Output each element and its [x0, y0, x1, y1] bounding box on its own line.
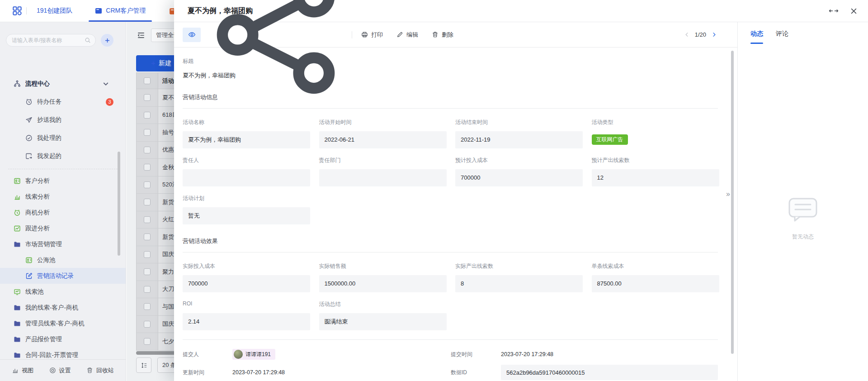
field-label: 活动总结: [319, 300, 447, 307]
sidebar-item-label: 我发起的: [37, 152, 61, 160]
field-label: ROI: [183, 300, 310, 307]
sidebar-footer-views[interactable]: 视图: [12, 367, 33, 375]
collapse-panel-icon[interactable]: [137, 31, 145, 39]
eye-icon: [188, 31, 196, 38]
sidebar-item-followup-analysis[interactable]: 跟进分析: [0, 220, 126, 236]
close-icon[interactable]: [850, 8, 857, 14]
sidebar-item-label: 线索分析: [25, 193, 50, 201]
form-field: 预计投入成本700000: [455, 157, 583, 186]
detail-sections: 营销活动信息活动名称夏不为例，幸福团购活动开始时间2022-06-21活动结束时…: [183, 93, 718, 330]
chevron-right-icon[interactable]: [712, 32, 717, 37]
field-row: 实际投入成本700000实际销售额1500000.00实际产出线索数8单条线索成…: [183, 262, 718, 292]
search-input[interactable]: [12, 37, 85, 43]
row-checkbox[interactable]: [144, 233, 151, 240]
folder-icon: [14, 304, 21, 311]
sidebar-item-label: 我处理的: [37, 134, 61, 142]
sidebar-item-label: 线索池: [25, 288, 44, 296]
row-checkbox[interactable]: [144, 338, 151, 345]
submit-time-value: 2023-07-20 17:29:48: [501, 345, 718, 363]
sidebar-item-label: 流程中心: [25, 80, 50, 88]
data-id-value: 562a2b96da59170460000015: [501, 365, 718, 380]
apps-grid-icon[interactable]: [13, 6, 22, 15]
sidebar-item-cc-to-me[interactable]: 抄送我的: [0, 111, 126, 129]
field-value: 2022-06-21: [319, 131, 447, 148]
sidebar-item-marketing-management[interactable]: 市场营销管理: [0, 236, 126, 252]
sidebar-item-public-pool[interactable]: 公海池: [0, 252, 126, 268]
row-checkbox[interactable]: [144, 251, 151, 258]
row-checkbox[interactable]: [144, 181, 151, 188]
row-checkbox[interactable]: [144, 321, 151, 328]
sidebar-item-admin-leads[interactable]: 管理员线索-客户-商机: [0, 315, 126, 331]
field-value: 1500000.00: [319, 275, 447, 292]
folder-icon: [14, 320, 21, 327]
field-value: 8: [455, 275, 583, 292]
edit-button[interactable]: 编辑: [396, 31, 418, 39]
row-checkbox[interactable]: [144, 216, 151, 223]
sidebar-item-label: 跟进分析: [25, 224, 50, 233]
sidebar-search: [6, 34, 96, 47]
add-form-button[interactable]: [101, 34, 113, 47]
chevron-left-icon[interactable]: [684, 32, 689, 37]
field-value: 圆满结束: [319, 313, 447, 330]
tab-comments[interactable]: 评论: [776, 30, 788, 44]
sidebar-item-handled-by-me[interactable]: 我处理的: [0, 129, 126, 147]
field-label: 活动类型: [592, 119, 719, 125]
sidebar-item-contract-management[interactable]: 合同-回款-开票管理: [0, 347, 126, 359]
title-field-value: 夏不为例，幸福团购: [183, 71, 718, 80]
form-field: 单条线索成本87500.00: [592, 262, 719, 292]
sidebar-item-todo-tasks[interactable]: 待办任务3: [0, 93, 126, 111]
form-field: 责任部门: [319, 157, 447, 186]
sidebar-item-initiated-by-me[interactable]: 我发起的: [0, 147, 126, 165]
pencil-icon: [396, 31, 403, 38]
tab-activity-feed[interactable]: 动态: [750, 30, 763, 44]
sidebar-item-customer-analysis[interactable]: 客户分析: [0, 173, 126, 189]
field-value: 2022-11-19: [455, 131, 583, 148]
row-checkbox[interactable]: [144, 94, 151, 101]
row-checkbox[interactable]: [144, 164, 151, 171]
detail-pane: 打印 编辑 删除 1/20 标题 夏不为例，幸福团购: [174, 22, 738, 381]
delete-button[interactable]: 删除: [432, 31, 453, 39]
print-button[interactable]: 打印: [361, 31, 383, 39]
expand-horizontal-icon[interactable]: [829, 8, 839, 14]
row-checkbox[interactable]: [144, 112, 151, 119]
row-checkbox[interactable]: [144, 286, 151, 293]
row-checkbox[interactable]: [144, 268, 151, 275]
sidebar-scrollbar[interactable]: [118, 152, 120, 256]
sidebar-item-product-quotation[interactable]: 产品报价管理: [0, 331, 126, 347]
sidebar-footer-recycle-bin[interactable]: 回收站: [86, 367, 114, 375]
row-checkbox[interactable]: [144, 303, 151, 310]
field-label: 责任人: [183, 157, 310, 163]
form-field: 实际产出线索数8: [455, 262, 583, 292]
sidebar-footer-settings[interactable]: 设置: [49, 367, 71, 375]
sidebar-item-opportunity-analysis[interactable]: 商机分析: [0, 205, 126, 220]
pager-position: 1/20: [695, 31, 706, 38]
field-label: 责任部门: [319, 157, 447, 163]
sidebar-item-label: 合同-回款-开票管理: [25, 351, 78, 359]
field-row: ROI2.14活动总结圆满结束: [183, 300, 718, 330]
chevron-down-icon: [102, 80, 109, 87]
activity-type-tag: 互联网广告: [592, 134, 628, 145]
row-checkbox[interactable]: [144, 129, 151, 136]
sidebar-item-marketing-activity-records[interactable]: 营销活动记录: [0, 268, 126, 284]
sidebar-item-process-center[interactable]: 流程中心: [0, 75, 126, 93]
field-label: 活动开始时间: [319, 119, 447, 125]
row-checkbox[interactable]: [144, 147, 151, 153]
row-height-button[interactable]: [136, 357, 151, 373]
sidebar-item-lead-pool[interactable]: 线索池: [0, 284, 126, 300]
field-value: 2.14: [183, 313, 310, 330]
tab-crm-app[interactable]: CRM客户管理: [89, 0, 152, 22]
id-card-icon: [25, 257, 33, 264]
sidebar-item-lead-analysis[interactable]: 线索分析: [0, 189, 126, 205]
bar-chart-icon: [14, 193, 21, 200]
tab-team[interactable]: 191创建团队: [32, 0, 77, 22]
sidebar-item-my-leads[interactable]: 我的线索-客户-商机: [0, 300, 126, 315]
submitter-chip[interactable]: 谭谭谭191: [232, 349, 275, 360]
gear-icon: [49, 367, 56, 374]
submitter-label: 提交人: [183, 345, 232, 363]
view-mode-button[interactable]: [183, 28, 201, 42]
detail-scrollbar[interactable]: [731, 51, 734, 354]
toolbar-divider: [352, 31, 352, 38]
collapse-activity-handle[interactable]: »: [726, 190, 730, 198]
row-checkbox[interactable]: [144, 199, 151, 205]
select-all-checkbox[interactable]: [144, 77, 151, 84]
